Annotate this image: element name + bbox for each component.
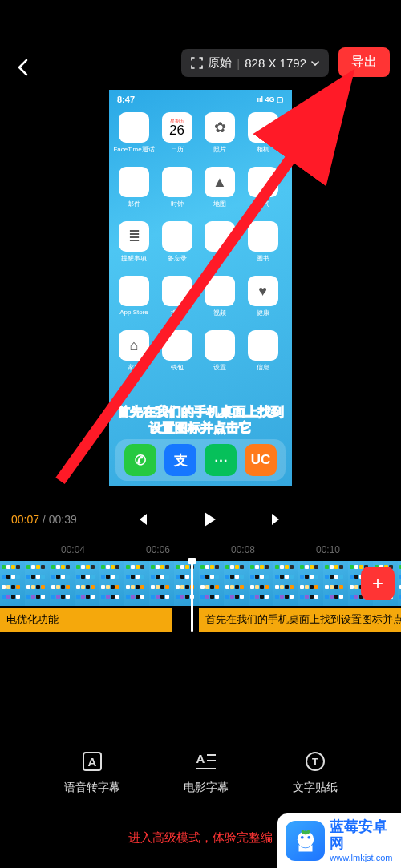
ruler-tick: 00:06 [146,544,170,555]
voice-subtitle-icon: A [81,750,103,773]
export-button[interactable]: 导出 [338,47,390,77]
chevron-down-icon [311,61,319,66]
ios-app-icon: ▭钱包 [160,330,194,375]
ios-app-icon: ▢FaceTime通话 [117,112,151,157]
ios-dock: ✆支⋯UC [115,439,286,481]
tool-movie-subtitle[interactable]: A 电影字幕 [184,750,229,795]
svg-text:A: A [196,752,205,765]
play-icon [200,511,218,528]
ios-app-icon: ⇗股市 [203,221,237,266]
ruler-tick: 00:08 [231,544,255,555]
watermark-title: 蓝莓安卓网 [330,818,401,853]
text-sticker-icon: T [304,750,326,773]
dock-app-icon: ⋯ [205,444,237,476]
ios-app-icon: tv视频 [203,276,237,321]
status-signal: ııl 4G ▢ [257,95,284,103]
ios-app-icon: ⚙︎设置 [203,330,237,375]
timeline-ruler[interactable]: 00:0400:0600:0800:10 [0,542,401,558]
time-current: 00:07 [11,513,39,526]
transport-bar: 00:07 / 00:39 [0,497,401,542]
ios-app-icon: ◉播客 [160,276,194,321]
ios-app-icon: ✿照片 [203,112,237,157]
time-display: 00:07 / 00:39 [11,513,77,526]
subtitle-segment-1[interactable]: 电优化功能 [0,608,172,632]
prev-frame-button[interactable] [132,510,152,529]
dock-app-icon: 支 [164,444,196,476]
ios-app-icon: ☀︎天气 [246,167,280,212]
video-preview[interactable]: 8:47 ııl 4G ▢ ▢FaceTime通话星期五26日历✿照片◉相机✉︎… [0,90,401,491]
aspect-icon [191,57,203,69]
svg-text:A: A [87,755,96,769]
tool-text-sticker[interactable]: T 文字贴纸 [293,750,338,795]
ios-app-icon: ▣图书 [246,221,280,266]
ios-app-icon: ◉相机 [246,112,280,157]
video-clip[interactable] [0,561,401,606]
playhead[interactable] [191,561,193,632]
subtitle-track[interactable]: 电优化功能 首先在我们的手机桌面上找到设置图标并点击它 [0,608,401,632]
watermark-icon [286,821,325,861]
ios-app-icon: ▤备忘录 [160,221,194,266]
editor-header: 原始 | 828 X 1792 导出 [0,0,401,88]
status-time: 8:47 [117,95,135,104]
ios-app-icon: AApp Store [117,276,151,321]
ios-app-icon: ✉︎信息 [246,330,280,375]
dock-app-icon: UC [245,444,277,476]
svg-text:T: T [312,756,318,768]
resolution-label: 原始 [208,55,232,71]
preview-subtitle-overlay: 首先在我们的手机桌面上找到设置图标并点击它 [109,404,292,436]
ios-app-icon: ≣提醒事项 [117,221,151,266]
watermark-url: www.lmkjst.com [330,853,401,863]
time-duration: 00:39 [49,513,77,526]
ios-app-icon: 星期五26日历 [160,112,194,157]
play-button[interactable] [200,510,219,529]
dock-app-icon: ✆ [124,444,156,476]
ios-app-icon: ◷时钟 [160,167,194,212]
movie-subtitle-icon: A [195,750,217,773]
subtitle-segment-2[interactable]: 首先在我们的手机桌面上找到设置图标并点击它 [199,608,401,632]
bottom-toolbar: A 语音转字幕 A 电影字幕 T 文字贴纸 [0,737,401,809]
watermark-badge: 蓝莓安卓网 www.lmkjst.com [277,813,401,868]
preview-content: 8:47 ııl 4G ▢ ▢FaceTime通话星期五26日历✿照片◉相机✉︎… [109,90,292,486]
svg-point-10 [301,836,304,839]
ios-app-icon: ⌂家庭 [117,330,151,375]
ios-app-icon: ✉︎邮件 [117,167,151,212]
video-track[interactable]: + [0,561,401,606]
next-frame-button[interactable] [267,510,286,529]
skip-next-icon [269,512,284,527]
ruler-tick: 00:04 [61,544,85,555]
ios-app-icon: ▲地图 [203,167,237,212]
ios-app-icon: ♥︎健康 [246,276,280,321]
ruler-tick: 00:10 [316,544,340,555]
back-button[interactable] [13,58,32,77]
ios-home-grid: ▢FaceTime通话星期五26日历✿照片◉相机✉︎邮件◷时钟▲地图☀︎天气≣提… [109,106,292,375]
tool-voice-to-subtitle[interactable]: A 语音转字幕 [64,750,120,795]
timeline[interactable]: + 电优化功能 首先在我们的手机桌面上找到设置图标并点击它 [0,561,401,632]
add-clip-button[interactable]: + [361,567,395,600]
svg-point-11 [307,836,310,839]
resolution-selector[interactable]: 原始 | 828 X 1792 [181,49,329,77]
chevron-left-icon [17,59,28,76]
resolution-value: 828 X 1792 [245,56,306,70]
skip-prev-icon [135,512,149,527]
